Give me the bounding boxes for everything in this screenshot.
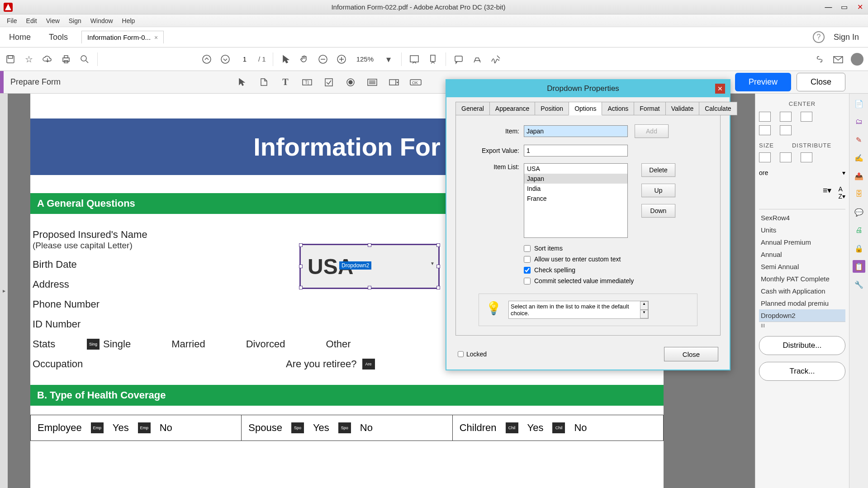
tool-combine-icon[interactable]: 🗂 bbox=[853, 115, 865, 128]
chil-yes-field[interactable]: Chil bbox=[506, 422, 518, 433]
page-number[interactable]: 1 bbox=[238, 55, 251, 63]
allow-custom-checkbox[interactable] bbox=[524, 256, 531, 263]
list-item[interactable]: France bbox=[524, 194, 627, 204]
emp-yes-field[interactable]: Emp bbox=[91, 422, 104, 433]
tab-actions[interactable]: Actions bbox=[602, 102, 634, 115]
add-button[interactable]: Add bbox=[635, 124, 669, 138]
tool-organize-icon[interactable]: 🗄 bbox=[853, 188, 865, 200]
tool-export-icon[interactable]: 📤 bbox=[853, 170, 865, 182]
text-field-icon[interactable]: T| bbox=[300, 76, 314, 89]
zoom-out-icon[interactable] bbox=[317, 53, 329, 65]
delete-button[interactable]: Delete bbox=[641, 163, 675, 177]
item-list[interactable]: USA Japan India France bbox=[524, 163, 628, 238]
field-item[interactable]: SexRow4 bbox=[759, 212, 845, 224]
tool-protect-icon[interactable]: 🔒 bbox=[853, 242, 865, 255]
save-icon[interactable] bbox=[5, 53, 16, 65]
minimize-button[interactable]: — bbox=[821, 3, 836, 12]
tool-scan-icon[interactable]: 🖨 bbox=[853, 224, 865, 237]
menu-edit[interactable]: Edit bbox=[22, 16, 42, 26]
tool-more-icon[interactable]: 🔧 bbox=[853, 278, 865, 291]
signin-link[interactable]: Sign In bbox=[834, 33, 859, 42]
export-input[interactable] bbox=[524, 145, 628, 156]
align-icon[interactable] bbox=[759, 125, 771, 135]
field-item[interactable]: Units bbox=[759, 224, 845, 236]
tab-options[interactable]: Options bbox=[569, 102, 602, 115]
tab-position[interactable]: Position bbox=[535, 102, 569, 115]
home-tab[interactable]: Home bbox=[0, 33, 40, 42]
cloud-icon[interactable] bbox=[42, 53, 53, 65]
menu-window[interactable]: Window bbox=[86, 16, 118, 26]
dropdown-icon[interactable] bbox=[387, 76, 401, 89]
tool-create-icon[interactable]: 📄 bbox=[853, 97, 865, 110]
print-icon[interactable] bbox=[60, 53, 72, 65]
preview-button[interactable]: Preview bbox=[735, 73, 791, 91]
zoom-in-icon[interactable] bbox=[336, 53, 347, 65]
track-button[interactable]: Track... bbox=[759, 362, 845, 381]
maximize-button[interactable]: ▭ bbox=[836, 3, 852, 12]
tool-sign-icon[interactable]: ✍ bbox=[853, 152, 865, 164]
chil-no-field[interactable]: Chil bbox=[552, 422, 565, 433]
zoom-dropdown-icon[interactable]: ▾ bbox=[383, 53, 394, 65]
distribute-button[interactable]: Distribute... bbox=[759, 336, 845, 355]
down-button[interactable]: Down bbox=[641, 204, 675, 218]
size-icon[interactable] bbox=[801, 152, 812, 162]
edit-tool-icon[interactable] bbox=[257, 76, 270, 89]
star-icon[interactable]: ☆ bbox=[23, 53, 35, 65]
tab-format[interactable]: Format bbox=[634, 102, 665, 115]
link-icon[interactable] bbox=[814, 53, 825, 65]
fit-width-icon[interactable] bbox=[408, 53, 420, 65]
sign-icon[interactable] bbox=[490, 53, 502, 65]
menu-help[interactable]: Help bbox=[118, 16, 140, 26]
tool-edit-icon[interactable]: ✎ bbox=[853, 133, 865, 146]
mail-icon[interactable] bbox=[832, 53, 844, 65]
close-window-button[interactable]: ✕ bbox=[852, 3, 868, 12]
list-icon[interactable] bbox=[365, 76, 379, 89]
sort-checkbox[interactable] bbox=[524, 245, 531, 252]
fit-page-icon[interactable] bbox=[427, 53, 439, 65]
retiree-field[interactable]: Are bbox=[362, 359, 375, 370]
checkbox-icon[interactable] bbox=[322, 76, 336, 89]
sort-icon[interactable]: ≡▾ bbox=[823, 185, 832, 200]
dialog-titlebar[interactable]: Dropdown Properties ✕ bbox=[446, 80, 730, 97]
scroll-down-icon[interactable]: ▼ bbox=[640, 310, 648, 318]
field-item[interactable]: Planned modal premiu bbox=[759, 297, 845, 309]
tab-appearance[interactable]: Appearance bbox=[489, 102, 536, 115]
text-tool-icon[interactable]: T bbox=[279, 76, 292, 89]
align-icon[interactable] bbox=[759, 112, 771, 122]
help-icon[interactable]: ? bbox=[813, 31, 825, 43]
field-list[interactable]: SexRow4 Units Annual Premium Annual Semi… bbox=[759, 209, 845, 322]
align-icon[interactable] bbox=[780, 112, 792, 122]
left-sidebar-toggle[interactable] bbox=[0, 94, 8, 488]
list-item[interactable]: India bbox=[524, 184, 627, 194]
tab-calculate[interactable]: Calculate bbox=[699, 102, 737, 115]
field-item[interactable]: Annual Premium bbox=[759, 236, 845, 248]
sort-az-icon[interactable]: AZ▾ bbox=[838, 185, 845, 200]
close-prepare-button[interactable]: Close bbox=[797, 73, 845, 91]
align-icon[interactable] bbox=[801, 112, 812, 122]
locked-checkbox[interactable] bbox=[458, 351, 464, 358]
hand-icon[interactable] bbox=[299, 53, 310, 65]
search-icon[interactable] bbox=[79, 53, 90, 65]
spell-checkbox[interactable] bbox=[524, 267, 531, 274]
scroll-up-icon[interactable]: ▲ bbox=[640, 301, 648, 310]
dialog-close-icon[interactable]: ✕ bbox=[715, 84, 725, 94]
commit-checkbox[interactable] bbox=[524, 278, 531, 284]
tool-prepare-form-icon[interactable]: 📋 bbox=[853, 260, 865, 273]
list-item-selected[interactable]: Japan bbox=[524, 174, 627, 184]
list-item[interactable]: USA bbox=[524, 164, 627, 174]
emp-no-field[interactable]: Emp bbox=[138, 422, 151, 433]
dialog-close-button[interactable]: Close bbox=[664, 347, 718, 361]
dropdown-field-selected[interactable]: USA Dropdown2 ▼ bbox=[299, 244, 440, 289]
page-down-icon[interactable] bbox=[219, 53, 231, 65]
menu-file[interactable]: File bbox=[2, 16, 22, 26]
chevron-down-icon[interactable]: ▾ bbox=[842, 169, 845, 176]
menu-sign[interactable]: Sign bbox=[64, 16, 86, 26]
document-tab[interactable]: Information Form-0... × bbox=[81, 31, 164, 43]
tab-general[interactable]: General bbox=[455, 102, 490, 115]
field-item[interactable]: Semi Annual bbox=[759, 261, 845, 273]
single-field[interactable]: Sing bbox=[87, 339, 100, 350]
tab-validate[interactable]: Validate bbox=[665, 102, 700, 115]
up-button[interactable]: Up bbox=[641, 184, 675, 197]
button-icon[interactable]: OK bbox=[409, 76, 422, 89]
item-input[interactable] bbox=[524, 125, 628, 137]
